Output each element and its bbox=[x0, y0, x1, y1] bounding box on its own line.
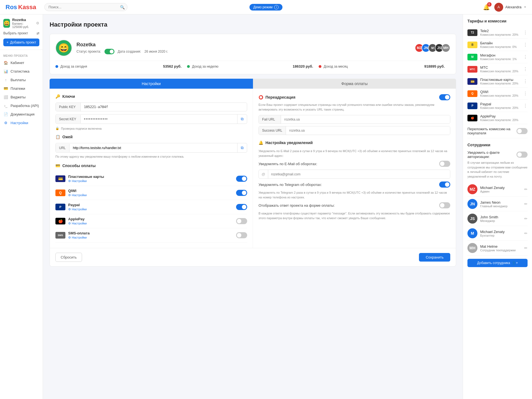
notification-button[interactable]: 🔔 6 bbox=[483, 4, 490, 11]
notif-telegram-toggle[interactable] bbox=[439, 181, 450, 188]
payment-icon-sms: SMS bbox=[55, 232, 65, 239]
stats-row: Доход за сегодня 53562 руб. Доход за нед… bbox=[55, 61, 450, 68]
at-icon: @ bbox=[259, 170, 268, 178]
settings-right: ⭕ Переадресация Если Ваш проект содержит… bbox=[253, 89, 456, 248]
tariff-more-beeline[interactable]: ⋮ bbox=[523, 42, 528, 47]
sidebar-item-cabinet[interactable]: 🏠 Кабинет bbox=[0, 58, 43, 67]
notif-email-toggle[interactable] bbox=[439, 161, 450, 167]
settings-content: 🔑 Ключи Public KEY 105221-a704f Secret K… bbox=[50, 89, 456, 248]
search-input[interactable] bbox=[44, 3, 127, 11]
logo: RosKassa bbox=[6, 4, 44, 11]
tariff-more-tele2[interactable]: ⋮ bbox=[523, 30, 528, 35]
page-title: Настройки проекта bbox=[50, 21, 456, 28]
payment-settings-link-applepay[interactable]: ⚙ Настройки bbox=[68, 222, 87, 225]
payment-icon: 💳 bbox=[3, 86, 8, 91]
sidebar-item-label: Статистика bbox=[11, 69, 29, 73]
webhook-icon: 📋 bbox=[55, 135, 60, 139]
sidebar-item-settings[interactable]: ⚙ Настройки bbox=[0, 119, 43, 127]
fail-url-input[interactable] bbox=[281, 115, 450, 124]
select-project-button[interactable]: Выбрать проект ⇄ bbox=[3, 30, 39, 37]
project-settings-icon[interactable]: ⚙ bbox=[36, 21, 39, 25]
transfer-commission-toggle[interactable] bbox=[516, 128, 528, 134]
user-menu[interactable]: A Alexandra ▼ bbox=[494, 3, 526, 12]
payment-settings-link-sms[interactable]: ⚙ Настройки bbox=[68, 236, 87, 239]
copy-secret-key-button[interactable]: ⧉ bbox=[237, 114, 247, 124]
url-copy-button[interactable]: ⧉ bbox=[237, 143, 247, 152]
staff-role: Бухгалтер bbox=[480, 234, 521, 237]
tariff-logo-megafon: M bbox=[467, 54, 477, 60]
payment-settings-link-paypal[interactable]: ⚙ Настройки bbox=[68, 208, 87, 211]
sidebar-item-widgets[interactable]: ⬜ Виджеты bbox=[0, 93, 43, 101]
tariff-more-qiwi[interactable]: ⋮ bbox=[523, 91, 528, 96]
project-name: Rozetka bbox=[76, 42, 168, 48]
fail-url-label: Fail URL bbox=[259, 115, 281, 124]
cards-toggle[interactable] bbox=[236, 176, 247, 182]
staff-edit-icon[interactable]: ✏ bbox=[524, 202, 528, 206]
tab-payment-form[interactable]: Форма оплаты bbox=[253, 79, 456, 89]
staff-michael-zenaty-2: M Michael Zenaty Бухгалтер ✏ bbox=[467, 226, 528, 241]
staff-james-neon: JN James Neon Главный менеджер ✏ bbox=[467, 197, 528, 211]
tariff-name-megafon: Мегафон bbox=[480, 53, 520, 57]
success-url-label: Success URL bbox=[259, 126, 286, 135]
paypal-toggle[interactable] bbox=[236, 204, 247, 210]
payment-icon-paypal: P bbox=[55, 204, 65, 210]
avatar: A bbox=[494, 3, 503, 12]
add-staff-icon: 👤+ bbox=[512, 261, 518, 265]
tab-settings[interactable]: Настройки bbox=[50, 79, 253, 89]
staff-edit-icon[interactable]: ✏ bbox=[524, 246, 528, 250]
notif-response-toggle[interactable] bbox=[439, 202, 450, 208]
docs-icon: 📄 bbox=[3, 112, 8, 116]
success-url-input[interactable] bbox=[286, 126, 450, 135]
project-logo: 😄 bbox=[55, 40, 72, 56]
applepay-toggle[interactable] bbox=[236, 218, 247, 224]
staff-edit-icon[interactable]: ✏ bbox=[524, 231, 528, 236]
project-section: 😄 Rozetka Баланс: 125000 руб. ⚙ Выбрать … bbox=[0, 18, 43, 50]
redirect-toggle[interactable] bbox=[439, 94, 450, 100]
url-input[interactable] bbox=[70, 144, 237, 152]
staff-avatar: MZ bbox=[467, 184, 477, 194]
tariff-name-tele2: Tele2 bbox=[480, 29, 520, 33]
add-project-button[interactable]: + Добавить проект bbox=[3, 39, 39, 46]
payment-settings-link-cards[interactable]: ⚙ Настройки bbox=[68, 179, 87, 183]
sidebar-item-payments[interactable]: 💳 Платежи bbox=[0, 84, 43, 93]
sms-toggle[interactable] bbox=[236, 232, 247, 238]
key-icon: 🔑 bbox=[55, 94, 60, 99]
reset-button[interactable]: Сбросить bbox=[55, 253, 82, 262]
payment-method-cards: 💳 Пластиковые карты ⚙ Настройки bbox=[55, 172, 247, 186]
payment-name-paypal: Paypal ⚙ Настройки bbox=[68, 203, 233, 211]
redirect-section: ⭕ Переадресация Если Ваш проект содержит… bbox=[259, 94, 450, 135]
tariff-more-megafon[interactable]: ⋮ bbox=[523, 54, 528, 60]
save-button[interactable]: Сохранить bbox=[419, 253, 450, 262]
tariff-logo-beeline: B bbox=[467, 42, 477, 48]
staff-avatar: M bbox=[467, 228, 477, 238]
staff-section: Сотрудники Уведомить о факте авторизации… bbox=[467, 143, 528, 267]
staff-edit-icon[interactable]: ✏ bbox=[524, 187, 528, 191]
add-staff-button[interactable]: Добавить сотрудника 👤+ bbox=[467, 259, 528, 267]
staff-edit-icon[interactable]: ✏ bbox=[524, 216, 528, 221]
demo-info-icon[interactable]: i bbox=[274, 5, 279, 9]
sidebar-item-docs[interactable]: 📄 Документация bbox=[0, 110, 43, 119]
qiwi-toggle[interactable] bbox=[236, 190, 247, 196]
stat-dot bbox=[319, 65, 321, 68]
notif-auth-toggle[interactable] bbox=[516, 152, 528, 158]
notif-email-input[interactable] bbox=[268, 170, 450, 178]
payments-icon: 💳 bbox=[55, 163, 60, 168]
staff-name: Michael Zenaty bbox=[480, 186, 521, 190]
tariff-more-cards[interactable]: ⋮ bbox=[523, 79, 528, 84]
status-toggle[interactable] bbox=[104, 49, 114, 54]
tariff-logo-qiwi: Q bbox=[467, 90, 477, 97]
sidebar-item-label: Настройки bbox=[11, 121, 28, 125]
tariff-name-applepay: ApplePay bbox=[480, 114, 528, 118]
tariff-more-paypal[interactable]: ⋮ bbox=[523, 103, 528, 108]
sidebar-item-label: Кабинет bbox=[11, 61, 24, 65]
sidebar-item-api[interactable]: ›_ Разработка (API) bbox=[0, 101, 43, 110]
project-icon: 😄 bbox=[3, 19, 10, 28]
tariff-commission-applepay: Комиссия покупателя: 20% bbox=[480, 118, 528, 122]
plus-icon: + bbox=[7, 40, 9, 44]
sidebar-item-payouts[interactable]: ↑ Выплаты bbox=[0, 76, 43, 84]
payment-settings-link-qiwi[interactable]: ⚙ Настройки bbox=[68, 193, 87, 197]
sidebar-item-statistics[interactable]: 📊 Статистика bbox=[0, 67, 43, 76]
tariff-more-mts[interactable]: ⋮ bbox=[523, 66, 528, 72]
notif-email-label: Уведомлять по E-Mail об оборотах: bbox=[259, 162, 317, 166]
sidebar-project-name: Rozetka bbox=[12, 18, 34, 22]
